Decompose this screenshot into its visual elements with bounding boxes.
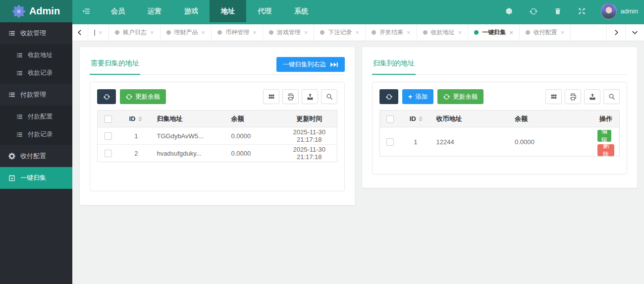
username-label[interactable]: admin	[621, 7, 638, 15]
skip-forward-icon	[330, 62, 338, 67]
col-balance: 余额	[510, 111, 592, 127]
select-cell	[380, 127, 401, 157]
sidebar-item-pay-config[interactable]: 付款配置	[0, 108, 72, 125]
tab-clipped[interactable]: ×	[88, 24, 109, 41]
modules-button[interactable]	[497, 0, 521, 22]
tab-lottery-results[interactable]: 开奖结果×	[366, 24, 417, 41]
nav-item-address[interactable]: 地址	[210, 0, 246, 22]
tab-close-icon[interactable]: ×	[407, 29, 411, 36]
navbar-right: admin	[497, 0, 644, 22]
app-logo[interactable]: Admin	[0, 0, 72, 22]
list-icon	[16, 114, 23, 120]
outdent-list-icon	[82, 7, 90, 15]
tab-receive-address[interactable]: 收款地址×	[417, 24, 469, 41]
tabs-scroll-right-button[interactable]	[606, 24, 625, 41]
col-id[interactable]: ID	[401, 111, 431, 127]
tab-close-icon[interactable]: ×	[458, 29, 462, 36]
id-cell: 1	[401, 127, 431, 157]
row-checkbox[interactable]	[105, 150, 112, 157]
update-balance-button[interactable]: 更新余额	[120, 89, 166, 104]
col-id[interactable]: ID	[119, 111, 152, 127]
search-button[interactable]	[321, 89, 337, 104]
select-all-checkbox[interactable]	[386, 115, 394, 123]
tabs-menu-button[interactable]	[625, 24, 644, 41]
tab-close-icon[interactable]: ×	[561, 29, 565, 36]
tab-bet-records[interactable]: 下注记录×	[314, 24, 366, 41]
sidebar-item-one-click-collect[interactable]: 一键归集	[0, 167, 72, 189]
tab-close-icon[interactable]: ×	[355, 29, 359, 36]
add-button-label: 添加	[415, 93, 428, 101]
nav-item-agents[interactable]: 代理	[246, 0, 283, 22]
sidebar-item-receive-records[interactable]: 收款记录	[0, 64, 72, 82]
tab-close-icon[interactable]: ×	[99, 29, 103, 36]
tab-close-icon[interactable]: ×	[253, 29, 257, 36]
export-button[interactable]	[584, 89, 600, 104]
tab-finance-products[interactable]: 理财产品×	[161, 24, 212, 41]
nav-item-operations[interactable]: 运营	[136, 0, 173, 22]
row-checkbox[interactable]	[386, 138, 394, 146]
delete-button[interactable]: 删除	[597, 144, 614, 156]
nav-item-members[interactable]: 会员	[100, 0, 136, 22]
tab-payment-settings[interactable]: 收付配置×	[520, 24, 571, 41]
chevron-left-icon	[77, 29, 83, 36]
sidebar-item-pay-mgmt[interactable]: 付款管理	[0, 84, 72, 106]
sidebar-item-receive-address[interactable]: 收款地址	[0, 46, 72, 64]
left-table-container: 更新余额	[90, 82, 345, 191]
select-all-checkbox[interactable]	[105, 115, 112, 123]
sidebar-item-label: 一键归集	[20, 173, 46, 182]
add-address-button[interactable]: + 添加	[402, 89, 433, 104]
sidebar-item-receive-mgmt[interactable]: 收款管理	[0, 22, 72, 44]
content-area: × 账户日志× 理财产品× 币种管理× 游戏管理× 下注记录× 开奖结果× 收款…	[72, 22, 644, 284]
sort-icon[interactable]	[419, 116, 423, 121]
search-icon	[608, 93, 615, 100]
nav-item-games[interactable]: 游戏	[173, 0, 210, 22]
tab-close-icon[interactable]: ×	[509, 29, 513, 36]
print-button[interactable]	[282, 89, 299, 104]
edit-button[interactable]: 编辑	[597, 130, 611, 142]
user-avatar[interactable]	[601, 3, 617, 19]
tab-close-icon[interactable]: ×	[304, 29, 308, 36]
card-view-button[interactable]	[545, 89, 562, 104]
chevron-down-icon	[632, 29, 638, 36]
printer-icon	[569, 93, 577, 101]
collect-source-table: ID 归集地址 余额 更新时间 1 TGGdybAvW	[97, 110, 337, 162]
update-balance-button[interactable]: 更新余额	[437, 89, 483, 104]
sidebar-item-payment-settings[interactable]: 收付配置	[0, 145, 72, 167]
clear-cache-button[interactable]	[546, 0, 570, 22]
refresh-button[interactable]	[521, 0, 546, 22]
tab-game-mgmt[interactable]: 游戏管理×	[263, 24, 315, 41]
refresh-icon	[104, 94, 110, 100]
tabs-scroll-left-button[interactable]	[72, 24, 88, 41]
sidebar-item-pay-records[interactable]: 付款记录	[0, 125, 72, 143]
sidebar-submenu-receive: 收款地址 收款记录	[0, 44, 72, 84]
search-button[interactable]	[603, 89, 620, 104]
sort-icon[interactable]	[138, 116, 142, 121]
print-button[interactable]	[565, 89, 581, 104]
export-icon	[589, 93, 596, 100]
collect-to-right-button[interactable]: 一键归集到右边	[276, 57, 345, 72]
tab-one-click-collect[interactable]: 一键归集×	[468, 24, 520, 41]
export-button[interactable]	[302, 89, 318, 104]
id-cell: 2	[119, 145, 152, 162]
left-panel-header: 需要归集的地址 一键归集到右边	[90, 55, 345, 75]
nav-item-system[interactable]: 系统	[283, 0, 320, 22]
refresh-table-button[interactable]	[379, 89, 398, 104]
table-row[interactable]: 1 TGGdybAvW5... 0.0000 2025-11-30 21:17:…	[98, 127, 337, 145]
tab-currency-mgmt[interactable]: 币种管理×	[212, 24, 263, 41]
fullscreen-button[interactable]	[570, 0, 594, 22]
card-view-button[interactable]	[263, 89, 279, 104]
logo-text: Admin	[29, 5, 60, 17]
right-panel-title: 归集到的地址	[372, 55, 416, 75]
table-row[interactable]: 2 hvadsufgduky... 0.0000 2025-11-30 21:1…	[98, 145, 337, 162]
tab-dot-icon	[320, 30, 324, 35]
select-all-cell	[380, 111, 401, 127]
table-header-row: ID 归集地址 余额 更新时间	[98, 111, 337, 127]
sidebar-toggle[interactable]	[72, 0, 100, 22]
refresh-table-button[interactable]	[97, 89, 116, 104]
select-cell	[98, 145, 119, 162]
tab-close-icon[interactable]: ×	[150, 29, 154, 36]
tab-account-log[interactable]: 账户日志×	[109, 24, 161, 41]
table-row[interactable]: 1 12244 0.0000 编辑 删除	[380, 127, 620, 157]
row-checkbox[interactable]	[105, 132, 112, 140]
tab-close-icon[interactable]: ×	[202, 29, 206, 36]
